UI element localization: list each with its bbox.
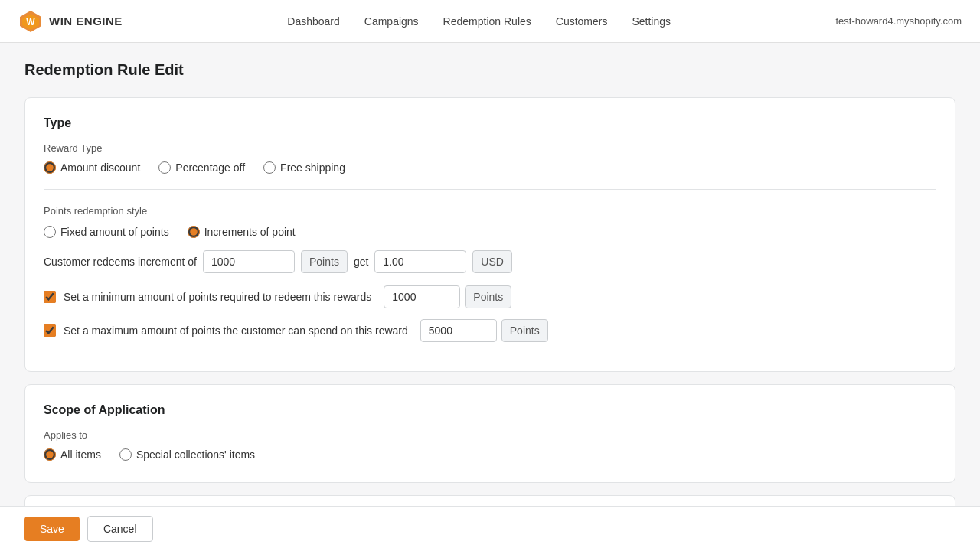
get-text: get bbox=[354, 256, 368, 268]
get-value-input[interactable] bbox=[374, 250, 466, 273]
max-input-group: Points bbox=[420, 319, 548, 342]
percentage-off-label: Percentage off bbox=[175, 161, 245, 174]
applies-to-label: Applies to bbox=[44, 429, 936, 441]
logo-area: W WIN ENGINE bbox=[18, 9, 122, 34]
get-unit: USD bbox=[472, 250, 512, 273]
nav-settings[interactable]: Settings bbox=[632, 15, 671, 28]
redeems-input[interactable] bbox=[203, 250, 295, 273]
redeems-row: Customer redeems increment of Points get… bbox=[44, 250, 936, 273]
min-points-row: Set a minimum amount of points required … bbox=[44, 285, 936, 308]
page-title: Redemption Rule Edit bbox=[24, 61, 956, 79]
reward-type-group: Amount discount Percentage off Free ship… bbox=[44, 161, 936, 174]
min-points-label: Set a minimum amount of points required … bbox=[64, 291, 371, 303]
reward-type-label: Reward Type bbox=[44, 142, 936, 154]
radio-increments[interactable]: Increments of point bbox=[188, 226, 296, 238]
bottom-bar: Save Cancel bbox=[0, 506, 980, 551]
header: W WIN ENGINE Dashboard Campaigns Redempt… bbox=[0, 0, 980, 43]
max-points-checkbox[interactable] bbox=[44, 324, 56, 337]
radio-amount-discount[interactable]: Amount discount bbox=[44, 161, 140, 174]
max-unit: Points bbox=[501, 319, 548, 342]
min-value-input[interactable] bbox=[384, 285, 460, 308]
min-unit: Points bbox=[465, 285, 511, 308]
radio-all-items[interactable]: All items bbox=[44, 448, 101, 461]
radio-percentage-off[interactable]: Percentage off bbox=[158, 161, 245, 174]
radio-special-collections[interactable]: Special collections' items bbox=[119, 448, 255, 461]
radio-free-shipping[interactable]: Free shipping bbox=[263, 161, 345, 174]
divider-1 bbox=[44, 189, 936, 190]
nav-campaigns[interactable]: Campaigns bbox=[364, 15, 419, 28]
special-collections-label: Special collections' items bbox=[136, 448, 255, 461]
nav-redemption-rules[interactable]: Redemption Rules bbox=[443, 15, 531, 28]
points-style-label: Points redemption style bbox=[44, 205, 936, 217]
scope-title: Scope of Application bbox=[44, 403, 936, 417]
max-points-row: Set a maximum amount of points the custo… bbox=[44, 319, 936, 342]
svg-text:W: W bbox=[26, 17, 35, 28]
logo-text: WIN ENGINE bbox=[49, 15, 122, 28]
redeems-unit: Points bbox=[301, 250, 348, 273]
scope-card: Scope of Application Applies to All item… bbox=[24, 384, 956, 483]
cancel-button[interactable]: Cancel bbox=[87, 516, 153, 542]
radio-fixed-amount[interactable]: Fixed amount of points bbox=[44, 226, 169, 238]
type-card: Type Reward Type Amount discount Percent… bbox=[24, 97, 956, 372]
all-items-label: All items bbox=[60, 448, 101, 461]
store-link: test-howard4.myshopify.com bbox=[836, 15, 962, 27]
page-content: Redemption Rule Edit Type Reward Type Am… bbox=[0, 43, 980, 551]
increments-label: Increments of point bbox=[204, 226, 296, 238]
max-value-input[interactable] bbox=[420, 319, 497, 342]
redeems-label: Customer redeems increment of bbox=[44, 256, 197, 268]
max-points-label: Set a maximum amount of points the custo… bbox=[64, 324, 408, 337]
free-shipping-label: Free shipping bbox=[280, 161, 345, 174]
main-nav: Dashboard Campaigns Redemption Rules Cus… bbox=[287, 15, 671, 28]
logo-icon: W bbox=[18, 9, 43, 34]
points-style-group: Fixed amount of points Increments of poi… bbox=[44, 226, 936, 238]
save-button[interactable]: Save bbox=[24, 517, 80, 541]
scope-group: All items Special collections' items bbox=[44, 448, 936, 461]
type-section-title: Type bbox=[44, 116, 936, 130]
min-input-group: Points bbox=[384, 285, 511, 308]
nav-customers[interactable]: Customers bbox=[556, 15, 608, 28]
amount-discount-label: Amount discount bbox=[60, 161, 140, 174]
nav-dashboard[interactable]: Dashboard bbox=[287, 15, 340, 28]
fixed-amount-label: Fixed amount of points bbox=[60, 226, 169, 238]
min-points-checkbox[interactable] bbox=[44, 291, 56, 303]
